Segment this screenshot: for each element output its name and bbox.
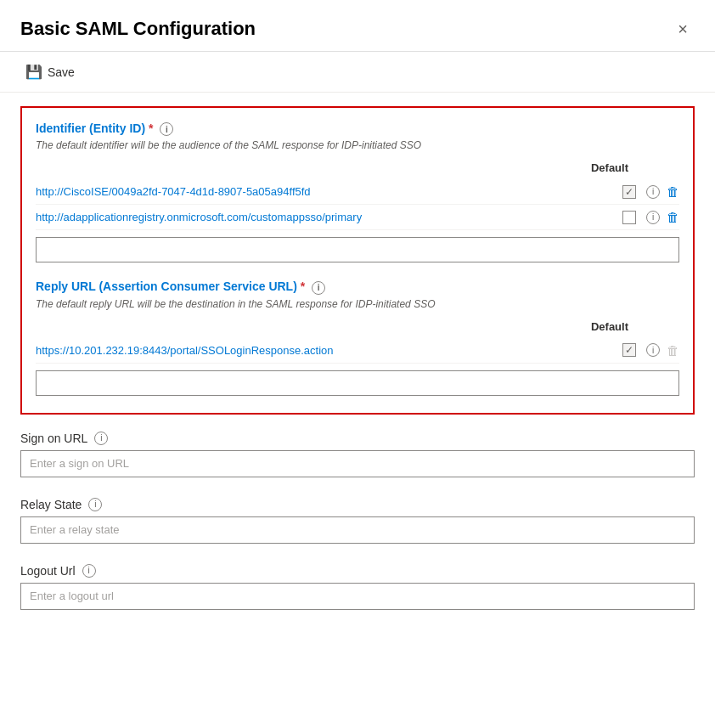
close-button[interactable]: ×: [671, 17, 695, 41]
save-label: Save: [48, 65, 75, 79]
identifier-description: The default identifier will be the audie…: [36, 139, 679, 151]
identifier-required-star: *: [149, 121, 153, 135]
logout-url-input[interactable]: [20, 583, 695, 610]
reply-url-row-1-actions: ✓ i 🗑: [611, 343, 679, 358]
relay-state-input[interactable]: [20, 516, 695, 544]
identifier-checkbox-1[interactable]: ✓: [622, 185, 636, 199]
reply-url-row-1: https://10.201.232.19:8443/portal/SSOLog…: [36, 338, 679, 364]
reply-url-info-icon[interactable]: i: [312, 281, 325, 295]
reply-url-1: https://10.201.232.19:8443/portal/SSOLog…: [36, 344, 611, 357]
reply-url-description: The default reply URL will be the destin…: [36, 298, 679, 310]
save-icon: 💾: [25, 64, 42, 80]
identifier-default-header: Default: [36, 161, 679, 174]
reply-url-new-input[interactable]: [36, 370, 679, 396]
dialog-title: Basic SAML Configuration: [20, 18, 256, 40]
reply-url-label: Reply URL (Assertion Consumer Service UR…: [36, 279, 679, 294]
reply-url-delete-1: 🗑: [667, 343, 679, 358]
identifier-info-icon[interactable]: i: [160, 122, 173, 136]
reply-url-default-header: Default: [36, 320, 679, 333]
logout-url-label: Logout Url i: [20, 564, 695, 578]
dialog-header: Basic SAML Configuration ×: [0, 0, 715, 52]
required-fields-section: Identifier (Entity ID) * i The default i…: [20, 106, 695, 415]
close-icon: ×: [678, 20, 688, 38]
identifier-url-row: http://CiscoISE/0049a2fd-7047-4d1d-8907-…: [36, 179, 679, 205]
sign-on-url-label: Sign on URL i: [20, 432, 695, 445]
relay-state-label: Relay State i: [20, 498, 695, 511]
identifier-row-1-actions: ✓ i 🗑: [611, 184, 679, 199]
reply-url-row-1-info[interactable]: i: [646, 343, 660, 357]
content: Identifier (Entity ID) * i The default i…: [0, 93, 715, 651]
toolbar: 💾 Save: [0, 52, 715, 93]
identifier-new-input[interactable]: [36, 237, 679, 262]
identifier-checkbox-2[interactable]: [622, 211, 636, 224]
save-button[interactable]: 💾 Save: [20, 60, 80, 83]
identifier-section: Identifier (Entity ID) * i The default i…: [36, 121, 679, 262]
identifier-delete-2[interactable]: 🗑: [667, 210, 679, 224]
identifier-row-1-info[interactable]: i: [646, 185, 660, 199]
sign-on-url-group: Sign on URL i: [20, 432, 695, 477]
relay-state-info-icon[interactable]: i: [88, 498, 102, 511]
identifier-url-1: http://CiscoISE/0049a2fd-7047-4d1d-8907-…: [36, 185, 611, 198]
identifier-url-row-2: http://adapplicationregistry.onmicrosoft…: [36, 205, 679, 230]
logout-url-info-icon[interactable]: i: [82, 564, 96, 578]
logout-url-group: Logout Url i: [20, 564, 695, 610]
dialog: Basic SAML Configuration × 💾 Save Identi…: [0, 0, 715, 728]
identifier-row-2-info[interactable]: i: [646, 211, 660, 224]
identifier-label: Identifier (Entity ID) * i: [36, 121, 679, 136]
sign-on-url-input[interactable]: [20, 450, 695, 477]
identifier-delete-1[interactable]: 🗑: [667, 184, 679, 199]
reply-url-checkbox-1[interactable]: ✓: [622, 343, 636, 357]
identifier-row-2-actions: i 🗑: [611, 210, 679, 224]
reply-url-section: Reply URL (Assertion Consumer Service UR…: [36, 279, 679, 395]
reply-url-required-star: *: [301, 279, 305, 293]
sign-on-url-info-icon[interactable]: i: [94, 432, 108, 445]
relay-state-group: Relay State i: [20, 498, 695, 544]
identifier-url-2: http://adapplicationregistry.onmicrosoft…: [36, 211, 611, 223]
